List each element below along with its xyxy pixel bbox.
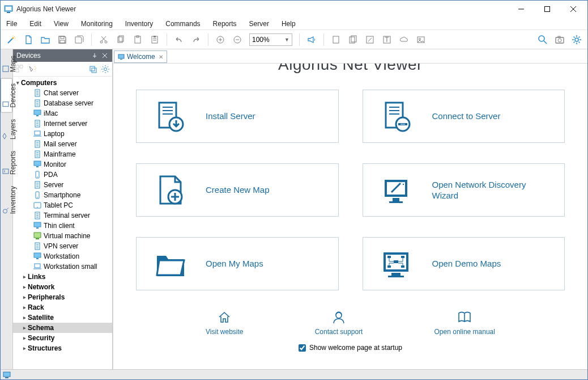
tree-cat[interactable]: ▸Satellite — [13, 313, 112, 323]
edit-button[interactable] — [363, 32, 377, 47]
camera-button[interactable] — [552, 32, 567, 47]
link-online-manual[interactable]: Open online manual — [434, 310, 495, 336]
cursor-sparkle-icon[interactable] — [28, 65, 37, 74]
tree-item[interactable]: Chat server — [13, 88, 112, 98]
close-button[interactable] — [560, 1, 586, 18]
card-install-server[interactable]: Install Server — [136, 90, 339, 143]
pages-button[interactable] — [346, 32, 360, 47]
paste-button[interactable] — [130, 32, 145, 47]
tree-cat[interactable]: ▸Security — [13, 333, 112, 343]
sidetab-reports[interactable]: Reports — [1, 146, 12, 180]
new-button[interactable] — [21, 32, 36, 47]
card-open-my-maps[interactable]: Open My Maps — [136, 237, 339, 290]
open-button[interactable] — [38, 32, 53, 47]
save-all-button[interactable] — [72, 32, 87, 47]
sidetab-layers[interactable]: Layers — [1, 114, 12, 145]
device-icon — [32, 150, 42, 159]
sidetab-inventory[interactable]: Inventory — [1, 181, 12, 219]
startup-checkbox[interactable] — [299, 344, 306, 352]
undo-button[interactable] — [172, 32, 186, 47]
menu-view[interactable]: View — [52, 19, 71, 29]
text-button[interactable]: T — [380, 32, 394, 47]
cloud-button[interactable] — [397, 32, 411, 47]
svg-rect-134 — [5, 377, 8, 378]
svg-rect-126 — [388, 276, 404, 277]
menu-help[interactable]: Help — [279, 19, 298, 29]
redo-button[interactable] — [189, 32, 203, 47]
menu-monitoring[interactable]: Monitoring — [79, 19, 115, 29]
menu-reports[interactable]: Reports — [211, 19, 239, 29]
page-button[interactable] — [329, 32, 343, 47]
tree-item[interactable]: Monitor — [13, 159, 112, 170]
search-button[interactable] — [535, 32, 550, 47]
link-contact-support[interactable]: Contact support — [315, 310, 363, 336]
tab-close-icon[interactable]: ✕ — [159, 54, 163, 60]
menu-commands[interactable]: Commands — [163, 19, 202, 29]
wand-button[interactable] — [4, 32, 19, 47]
tab-welcome[interactable]: Welcome ✕ — [114, 50, 167, 63]
tree-item[interactable]: Virtual machine — [13, 231, 112, 241]
zoom-out-button[interactable] — [230, 32, 245, 47]
discovery-wizard-icon — [379, 172, 415, 208]
card-open-demo-maps[interactable]: Open Demo Maps — [363, 237, 565, 290]
svg-rect-125 — [391, 273, 400, 276]
device-icon — [32, 180, 42, 189]
menu-inventory[interactable]: Inventory — [123, 19, 155, 29]
card-connect-server[interactable]: Connect to Server — [363, 90, 565, 143]
menu-edit[interactable]: Edit — [27, 19, 44, 29]
tree-item[interactable]: Laptop — [13, 129, 112, 139]
device-tree[interactable]: ▾ComputersChat serverDatabase serveriMac… — [13, 77, 112, 369]
sidetab-maps[interactable]: Maps — [1, 50, 12, 77]
tree-item[interactable]: Mail server — [13, 139, 112, 149]
card-create-map[interactable]: Create New Map — [136, 163, 339, 217]
tree-cat-computers[interactable]: ▾Computers — [13, 78, 112, 88]
tree-cat[interactable]: ▸Network — [13, 282, 112, 292]
svg-rect-60 — [36, 115, 39, 116]
panel-toolbar — [13, 62, 112, 77]
tree-cat[interactable]: ▸Structures — [13, 343, 112, 353]
announce-button[interactable] — [304, 32, 319, 47]
tree-cat[interactable]: ▸Schema — [13, 323, 112, 333]
tree-item[interactable]: Workstation small — [13, 261, 112, 272]
device-icon — [32, 252, 42, 261]
sidetab-devices[interactable]: Devices — [1, 78, 12, 113]
online-manual-icon — [457, 310, 472, 326]
menu-file[interactable]: File — [4, 19, 19, 29]
tree-item[interactable]: Smartphone — [13, 190, 112, 200]
svg-point-32 — [419, 38, 421, 40]
zoom-combo[interactable]: 100%▼ — [249, 33, 292, 46]
zoom-in-button[interactable] — [213, 32, 228, 47]
startup-label[interactable]: Show welcome page at startup — [309, 344, 402, 352]
tree-cat[interactable]: ▸Links — [13, 272, 112, 282]
tree-item[interactable]: iMac — [13, 108, 112, 119]
image-button[interactable] — [414, 32, 428, 47]
tree-item[interactable]: PDA — [13, 170, 112, 180]
tree-item[interactable]: Mainframe — [13, 149, 112, 159]
tree-cat[interactable]: ▸Peripherals — [13, 292, 112, 302]
tree-item[interactable]: Internet server — [13, 119, 112, 129]
tree-item[interactable]: Workstation — [13, 251, 112, 261]
maximize-button[interactable] — [534, 1, 560, 18]
panel-gear-icon[interactable] — [101, 65, 110, 74]
minimize-button[interactable] — [508, 1, 534, 18]
pin-icon[interactable] — [91, 52, 99, 60]
tree-item[interactable]: Database server — [13, 98, 112, 108]
tree-item[interactable]: Terminal server — [13, 210, 112, 221]
menu-server[interactable]: Server — [247, 19, 271, 29]
save-button[interactable] — [55, 32, 70, 47]
tree-item[interactable]: Server — [13, 180, 112, 190]
tree-cat[interactable]: ▸Rack — [13, 302, 112, 313]
tree-item[interactable]: VPN server — [13, 241, 112, 251]
link-visit-website[interactable]: Visit website — [206, 310, 243, 336]
copy-button[interactable] — [113, 32, 128, 47]
settings-button[interactable] — [569, 32, 584, 47]
clipboard-button[interactable] — [147, 32, 162, 47]
cut-button[interactable] — [96, 32, 111, 47]
device-icon — [32, 140, 42, 149]
tree-item[interactable]: Thin client — [13, 221, 112, 231]
tree-item[interactable]: Tablet PC — [13, 200, 112, 210]
close-panel-icon[interactable] — [101, 52, 109, 60]
card-discovery-wizard[interactable]: Open Network Discovery Wizard — [363, 163, 565, 217]
svg-rect-102 — [120, 59, 122, 60]
duplicate-icon[interactable] — [88, 65, 97, 74]
